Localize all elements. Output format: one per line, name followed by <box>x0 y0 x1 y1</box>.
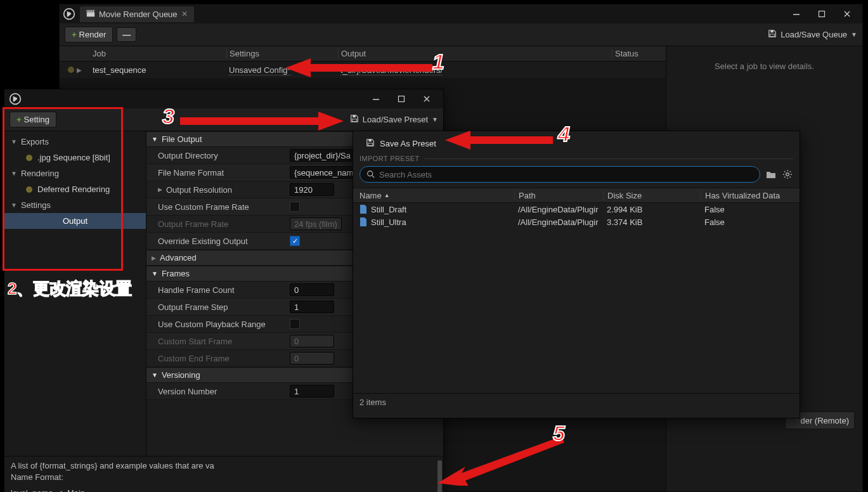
column-status[interactable]: Status <box>612 49 666 58</box>
cfg-titlebar <box>4 89 443 108</box>
svg-line-25 <box>790 177 791 178</box>
unreal-logo-icon <box>62 7 76 21</box>
minus-icon: — <box>122 30 131 39</box>
handle-frame-count-input[interactable]: 0 <box>290 283 334 296</box>
save-icon <box>366 138 375 149</box>
prop-use-custom-frame-rate-label: Use Custom Frame Rate <box>146 202 290 212</box>
svg-rect-1 <box>87 12 94 16</box>
preset-item-count: 2 items <box>353 393 800 411</box>
job-settings-link[interactable]: Unsaved Config* <box>229 65 291 75</box>
annotation-arrow <box>437 435 564 486</box>
load-save-preset-popup: Save As Preset IMPORT PRESET Name▲ Path … <box>353 131 800 418</box>
annotation-arrow <box>180 112 344 131</box>
override-existing-checkbox[interactable] <box>290 236 300 246</box>
window-maximize-button[interactable] <box>809 5 834 23</box>
tab-movie-render-queue[interactable]: Movie Render Queue ✕ <box>80 6 194 22</box>
unreal-logo-icon <box>8 92 22 106</box>
svg-rect-7 <box>819 11 825 17</box>
remove-job-button[interactable]: — <box>117 27 136 42</box>
preset-row[interactable]: Still_Ultra /All/EngineData/Plugir 3.374… <box>353 216 800 228</box>
expand-icon: ▶ <box>152 255 156 261</box>
column-path[interactable]: Path <box>514 191 603 200</box>
window-close-button[interactable] <box>834 5 860 23</box>
prop-use-custom-playback-range-label: Use Custom Playback Range <box>146 320 290 329</box>
load-save-queue-button[interactable]: Load/Save Queue <box>781 30 847 39</box>
svg-rect-9 <box>770 34 775 37</box>
gear-icon[interactable] <box>782 169 793 180</box>
details-hint: Select a job to view details. <box>715 62 814 71</box>
svg-marker-30 <box>445 131 553 150</box>
import-preset-section-label: IMPORT PRESET <box>353 152 800 164</box>
chevron-down-icon: ▼ <box>851 31 857 38</box>
annotation-box <box>3 107 123 271</box>
file-icon <box>360 217 367 226</box>
format-strings-info: A list of {format_strings} and example v… <box>4 456 443 492</box>
mrq-titlebar: Movie Render Queue ✕ <box>60 4 862 23</box>
folder-picker-icon[interactable] <box>765 169 777 180</box>
prop-handle-frame-count-label: Handle Frame Count <box>146 285 290 295</box>
version-number-input[interactable]: 1 <box>290 385 334 398</box>
output-frame-rate-input: 24 fps (film) <box>290 217 342 230</box>
svg-marker-29 <box>180 112 344 131</box>
render-label: Render <box>79 30 107 39</box>
annotation-arrow <box>445 131 553 150</box>
file-icon <box>360 205 367 214</box>
chevron-down-icon: ▼ <box>152 136 158 143</box>
expand-icon[interactable]: ▶ <box>77 67 82 74</box>
prop-custom-end-frame-label: Custom End Frame <box>146 354 290 363</box>
svg-rect-8 <box>771 30 774 33</box>
annotation-arrow <box>285 58 432 77</box>
svg-rect-13 <box>353 115 355 118</box>
preset-row[interactable]: Still_Draft /All/EngineData/Plugir 2.994… <box>353 203 800 216</box>
tab-close-icon[interactable]: ✕ <box>181 10 188 18</box>
svg-rect-15 <box>368 139 371 142</box>
search-assets-field[interactable] <box>379 170 753 179</box>
column-job[interactable]: Job <box>90 49 226 58</box>
sort-asc-icon: ▲ <box>384 192 390 198</box>
svg-line-27 <box>790 171 791 172</box>
tab-label: Movie Render Queue <box>99 10 178 19</box>
use-custom-frame-rate-checkbox[interactable] <box>290 202 300 212</box>
expand-icon: ▶ <box>158 186 162 193</box>
preset-list-header: Name▲ Path Disk Size Has Virtualized Dat… <box>353 188 800 203</box>
column-settings[interactable]: Settings <box>226 49 338 58</box>
column-virtualized[interactable]: Has Virtualized Data <box>701 191 800 200</box>
save-as-preset-menuitem[interactable]: Save As Preset <box>353 135 800 152</box>
output-resolution-input[interactable]: 1920 <box>290 183 334 196</box>
search-assets-input[interactable] <box>360 166 760 183</box>
prop-custom-start-frame-label: Custom Start Frame <box>146 337 290 346</box>
use-custom-playback-range-checkbox[interactable] <box>290 319 300 329</box>
prop-output-frame-step-label: Output Frame Step <box>146 302 290 312</box>
svg-rect-6 <box>793 14 800 15</box>
job-status-icon <box>68 67 74 73</box>
svg-point-19 <box>786 173 789 176</box>
custom-start-frame-input: 0 <box>290 335 334 347</box>
clapper-icon <box>86 9 95 20</box>
prop-file-name-format-label: File Name Format <box>146 168 290 178</box>
column-output[interactable]: Output <box>338 49 612 58</box>
window-minimize-button[interactable] <box>363 90 389 108</box>
column-size[interactable]: Disk Size <box>603 191 701 200</box>
render-button[interactable]: + Render <box>65 27 113 42</box>
prop-output-resolution-label[interactable]: ▶Output Resolution <box>146 185 290 195</box>
search-icon <box>366 170 375 179</box>
column-name[interactable]: Name▲ <box>353 191 514 200</box>
load-save-preset-button[interactable]: Load/Save Preset <box>363 115 428 124</box>
prop-output-directory-label: Output Directory <box>146 151 290 160</box>
plus-icon: + <box>72 30 77 39</box>
window-close-button[interactable] <box>414 90 439 108</box>
output-frame-step-input[interactable]: 1 <box>290 301 334 313</box>
window-minimize-button[interactable] <box>784 5 809 23</box>
svg-rect-12 <box>399 96 405 102</box>
svg-marker-31 <box>437 436 564 486</box>
svg-line-18 <box>372 176 375 178</box>
svg-marker-28 <box>285 58 432 77</box>
mrq-toolbar: + Render — Load/Save Queue ▼ <box>60 23 862 46</box>
chevron-down-icon: ▼ <box>152 270 158 277</box>
preset-list[interactable]: Still_Draft /All/EngineData/Plugir 2.994… <box>353 203 800 393</box>
prop-override-existing-label: Override Existing Output <box>146 236 290 246</box>
window-maximize-button[interactable] <box>389 90 414 108</box>
svg-rect-14 <box>352 119 356 122</box>
prop-output-frame-rate-label: Output Frame Rate <box>146 219 290 229</box>
svg-rect-11 <box>373 99 379 100</box>
